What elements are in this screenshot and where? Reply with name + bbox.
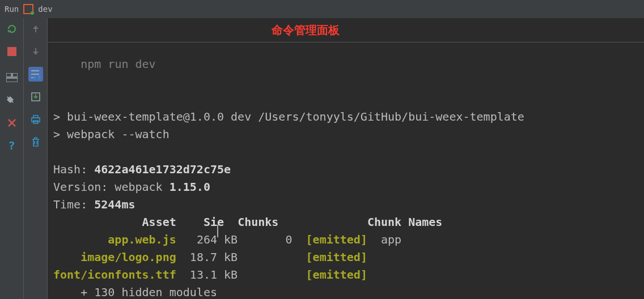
output-line: > webpack --watch [53,127,170,141]
divider [48,42,644,42]
emitted-tag: [emitted] [306,233,367,246]
svg-rect-2 [12,73,18,77]
hidden-modules: + 130 hidden modules [53,285,217,299]
stop-button[interactable] [5,44,19,59]
asset-name: font/iconfonts.ttf [53,268,176,281]
run-title-bar: Run dev [0,0,644,18]
col-chunknames: Chunk Names [367,215,442,229]
emitted-tag: [emitted] [306,250,367,264]
col-asset: Asset [142,215,176,229]
print-button[interactable] [28,112,43,127]
command-line: npm run dev [80,57,155,71]
asset-name: image/logo.png [80,250,176,264]
console-output[interactable]: 命令管理面板 npm run dev > bui-weex-template@1… [48,18,644,299]
run-config-icon [23,4,33,14]
output-line: > bui-weex-template@1.0.0 dev /Users/ton… [53,110,524,123]
rerun-button[interactable] [5,22,19,36]
svg-rect-5 [32,118,40,122]
col-chunks: Chunks [238,215,278,229]
up-button[interactable] [28,22,43,36]
down-button[interactable] [28,44,43,59]
layout-button[interactable] [5,70,19,85]
svg-rect-0 [7,47,16,56]
run-config-name: dev [38,5,52,14]
secondary-gutter [24,18,48,299]
primary-gutter: ? [0,18,24,299]
chunk-name: app [381,233,401,246]
pin-button[interactable] [5,93,19,108]
help-button[interactable]: ? [5,138,19,153]
svg-rect-1 [6,73,11,77]
close-button[interactable] [5,116,19,130]
asset-chunks: 0 [285,233,292,246]
version-label: Version: webpack [53,180,170,194]
asset-size: 13.1 kB [190,268,238,281]
time-label: Time: [53,198,94,211]
annotation-label: 命令管理面板 [272,22,340,39]
version-value: 1.15.0 [170,180,210,194]
svg-rect-6 [33,116,38,118]
soft-wrap-button[interactable] [28,67,43,82]
hash-value: 4622a461e1732d72c75e [94,163,231,176]
hash-label: Hash: [53,163,94,176]
emitted-tag: [emitted] [306,268,367,281]
time-value: 5244ms [94,198,135,211]
asset-name: app.web.js [108,233,176,246]
clear-button[interactable] [28,135,43,150]
asset-size: 18.7 kB [190,250,238,264]
run-label: Run [5,5,19,14]
export-button[interactable] [28,89,43,104]
svg-rect-3 [6,78,18,82]
